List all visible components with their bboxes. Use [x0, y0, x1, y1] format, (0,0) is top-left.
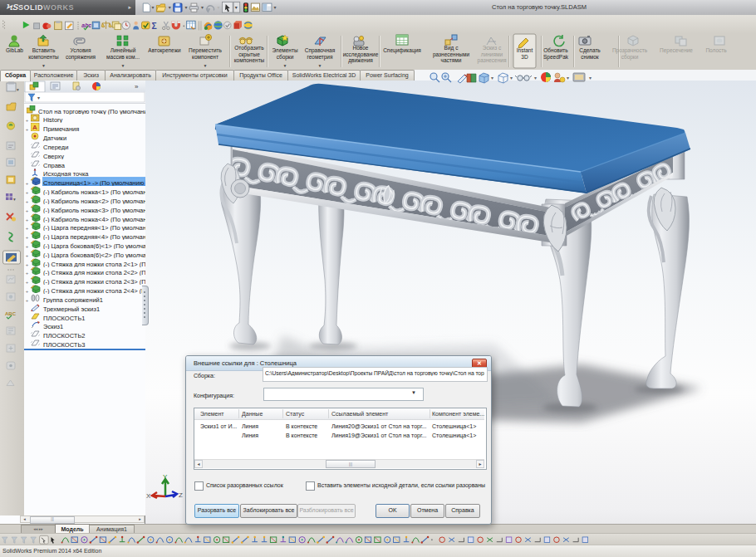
- svg-text:Y: Y: [163, 473, 168, 481]
- svg-text:▾: ▾: [201, 5, 204, 10]
- svg-text:▾: ▾: [235, 5, 238, 10]
- svg-text:▾: ▾: [151, 5, 154, 10]
- svg-text:Σ: Σ: [152, 22, 157, 31]
- svg-text:▾: ▾: [37, 95, 40, 100]
- svg-text:A: A: [32, 124, 37, 131]
- svg-text:▾: ▾: [17, 87, 19, 92]
- svg-text:X: X: [146, 492, 151, 500]
- svg-text:▾: ▾: [274, 5, 277, 10]
- svg-text:▾: ▾: [13, 197, 16, 202]
- svg-text:Z: Z: [179, 491, 183, 499]
- svg-text:▾: ▾: [184, 5, 187, 10]
- svg-text:»: »: [135, 83, 139, 90]
- svg-text:▾: ▾: [169, 5, 171, 10]
- svg-text:▾: ▾: [218, 5, 220, 10]
- svg-text:ABC: ABC: [5, 311, 17, 316]
